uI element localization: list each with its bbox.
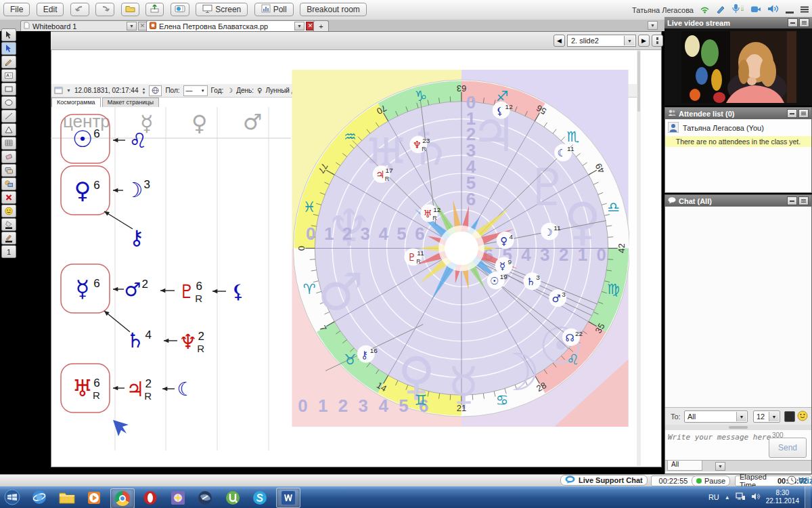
pointer-tool[interactable] xyxy=(1,42,16,55)
pause-button[interactable]: Pause xyxy=(692,475,730,486)
speaker-icon[interactable] xyxy=(767,4,780,16)
chat-tab-all[interactable]: All xyxy=(667,461,702,471)
stroke-color-tool[interactable] xyxy=(1,232,16,245)
slide-grid-button[interactable] xyxy=(652,35,663,47)
file-menu-button[interactable]: File xyxy=(3,3,30,16)
open-file-button[interactable] xyxy=(121,3,139,16)
svg-text:23: 23 xyxy=(422,137,430,144)
record-dot-icon xyxy=(696,478,702,484)
taskbar-clock[interactable]: 8:3022.11.2014 xyxy=(766,489,799,506)
start-button[interactable] xyxy=(1,488,24,507)
internet-explorer-icon[interactable] xyxy=(28,488,51,507)
svg-text:3: 3 xyxy=(536,274,540,281)
panel-menu-icon[interactable] xyxy=(798,109,809,118)
triangle-tool[interactable] xyxy=(1,123,16,136)
chat-panel-header[interactable]: Chat (All) xyxy=(665,195,811,207)
sex-label: Пол: xyxy=(165,87,179,94)
rectangle-tool[interactable] xyxy=(1,83,16,96)
chat-messages-area[interactable] xyxy=(665,207,811,407)
pencil-tool-icon[interactable] xyxy=(716,4,725,16)
panel-menu-icon[interactable] xyxy=(799,18,809,27)
clipart-tool[interactable] xyxy=(1,177,16,190)
language-indicator[interactable]: RU xyxy=(708,493,719,501)
next-slide-button[interactable]: ▶ xyxy=(638,35,650,47)
svg-text:3: 3 xyxy=(540,245,549,264)
pencil-tool[interactable] xyxy=(1,56,16,68)
microphone-icon[interactable] xyxy=(731,3,744,16)
tab-presentation[interactable]: Елена Петровна Блаватская.pp ▼✕ xyxy=(146,20,318,31)
svg-text:16: 16 xyxy=(370,347,378,354)
zodiac-libra: ♎ xyxy=(607,199,620,215)
app-sphere-icon[interactable] xyxy=(194,488,217,507)
webcam-icon[interactable] xyxy=(750,4,761,16)
fill-color-tool[interactable] xyxy=(1,218,16,231)
slide-select[interactable]: 2. slide2▼ xyxy=(567,35,636,47)
redo-icon xyxy=(99,4,110,15)
prev-slide-button[interactable]: ◀ xyxy=(554,35,565,47)
chain-item-lilith: ⚸ xyxy=(231,280,246,303)
edit-menu-button[interactable]: Edit xyxy=(37,3,64,16)
media-player-icon[interactable] xyxy=(83,488,106,507)
grid-tool[interactable] xyxy=(1,137,16,150)
add-whiteboard-tab[interactable]: + xyxy=(313,20,329,31)
emoji-picker-icon[interactable] xyxy=(797,410,808,424)
to-select[interactable]: All▼ xyxy=(684,410,748,423)
tab-overflow-icon[interactable]: ▼ xyxy=(648,21,658,30)
send-button[interactable]: Send xyxy=(769,438,807,458)
zodiac-aquarius: ♒ xyxy=(344,129,357,145)
svg-text:6: 6 xyxy=(415,224,424,243)
session-timer: 00:22:55 xyxy=(651,475,696,486)
ellipse-tool[interactable] xyxy=(1,96,16,109)
text-color-swatch[interactable] xyxy=(784,411,795,422)
svg-text:♄: ♄ xyxy=(127,329,145,352)
chat-tab-dropdown-icon[interactable]: ▼ xyxy=(715,462,725,471)
volume-icon[interactable] xyxy=(751,491,761,503)
utorrent-icon[interactable] xyxy=(221,488,244,507)
skype-icon[interactable] xyxy=(248,488,271,507)
eraser-tool[interactable] xyxy=(1,150,16,163)
line-tool[interactable] xyxy=(1,110,16,123)
tab-dropdown-icon[interactable]: ▼ xyxy=(294,22,304,30)
redo-button[interactable] xyxy=(95,3,114,16)
opera-icon[interactable] xyxy=(139,488,162,507)
clear-tool[interactable] xyxy=(1,164,16,177)
poll-button[interactable]: Poll xyxy=(254,3,294,16)
tab-dropdown-icon[interactable]: ▼ xyxy=(127,22,137,30)
attendee-panel-header[interactable]: Attendee list (0) xyxy=(665,108,811,119)
select-tool[interactable] xyxy=(1,28,16,41)
minimize-icon[interactable] xyxy=(788,18,798,27)
system-tray: RU ▲ 8:3022.11.2014 xyxy=(708,486,811,508)
chain-item-moon: ☽3 xyxy=(125,178,150,202)
font-size-select[interactable]: 12▼ xyxy=(753,410,780,423)
line-width-tool[interactable]: 1 xyxy=(1,245,16,258)
show-desktop-button[interactable] xyxy=(805,486,811,508)
breakout-room-button[interactable]: Breakout room xyxy=(300,3,367,16)
minimize-icon[interactable] xyxy=(787,109,797,118)
whiteboard-scrollbar[interactable] xyxy=(637,50,641,466)
upload-content-button[interactable] xyxy=(145,3,164,16)
minimize-app-icon[interactable] xyxy=(786,12,794,14)
attendee-row-you[interactable]: Татьяна Легасова (You) xyxy=(665,120,811,136)
file-explorer-icon[interactable] xyxy=(55,488,78,507)
splitter-handle[interactable] xyxy=(665,425,811,430)
screen-share-button[interactable]: Screen xyxy=(196,3,248,16)
media-button[interactable] xyxy=(171,3,189,16)
undo-button[interactable] xyxy=(70,3,89,16)
minimize-icon[interactable] xyxy=(787,196,797,205)
emoji-tool[interactable] xyxy=(1,205,16,217)
video-panel-header[interactable]: Live video stream xyxy=(664,17,812,28)
photo-viewer-icon[interactable] xyxy=(166,488,189,507)
tab-whiteboard-1[interactable]: Whiteboard 1 ▼✕ xyxy=(20,20,150,31)
attendee-name: Татьяна Легасова (You) xyxy=(683,124,764,132)
word-icon[interactable] xyxy=(276,488,300,508)
svg-text:♃: ♃ xyxy=(376,169,384,181)
panel-menu-icon[interactable] xyxy=(798,196,809,205)
network-icon[interactable] xyxy=(736,491,746,503)
grid-tool-icon xyxy=(4,139,14,148)
text-tool[interactable] xyxy=(1,69,16,82)
app-menu-icon[interactable] xyxy=(800,4,809,16)
live-support-chat-button[interactable]: Live Support Chat xyxy=(560,475,648,485)
delete-tool[interactable] xyxy=(1,191,16,204)
hidden-icons-icon[interactable]: ▲ xyxy=(725,494,730,501)
chrome-icon[interactable] xyxy=(110,488,135,508)
